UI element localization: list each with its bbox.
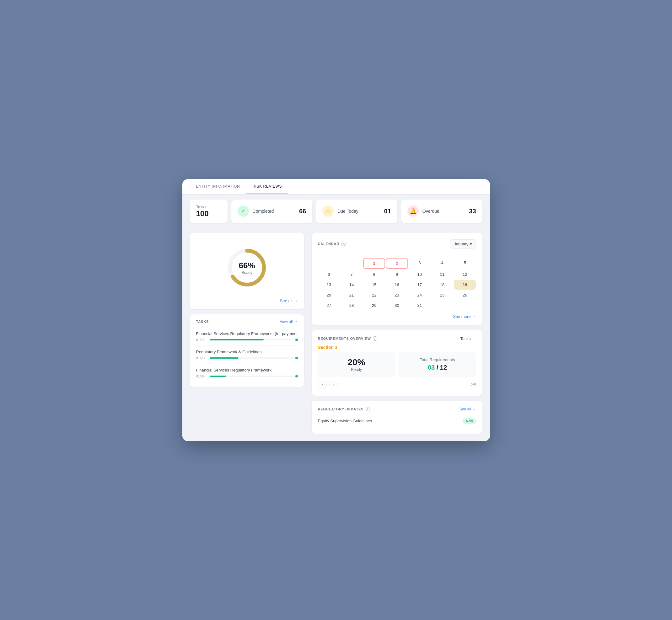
cal-day-19[interactable]: 19 xyxy=(454,280,476,290)
req-next-button[interactable]: › xyxy=(329,380,338,390)
stat-total-value: 100 xyxy=(196,209,209,218)
cal-header-tue xyxy=(363,254,385,257)
stat-due-today-value: 01 xyxy=(384,208,391,215)
cal-day-21[interactable]: 21 xyxy=(341,290,363,300)
cal-day-5[interactable]: 5 xyxy=(454,258,476,269)
stat-card-overdue[interactable]: 🔔 Overdue 33 xyxy=(401,200,482,223)
cal-day-18[interactable]: 18 xyxy=(431,280,453,290)
task-progress-bar-fill-2 xyxy=(210,357,239,359)
cal-day-29[interactable]: 29 xyxy=(363,301,385,310)
cal-header-wed xyxy=(386,254,408,257)
cal-day-28[interactable]: 28 xyxy=(341,301,363,310)
cal-day-14[interactable]: 14 xyxy=(341,280,363,290)
req-header: REQUIREMENTS OVERVIEW i Tasks → xyxy=(318,337,476,341)
cal-day-2[interactable]: 2 xyxy=(386,258,408,269)
see-more-button[interactable]: See more → xyxy=(453,314,476,319)
calendar-grid: 1 2 3 4 5 6 7 8 9 10 11 12 13 14 15 xyxy=(318,254,476,310)
arrow-right-icon: → xyxy=(294,319,298,324)
stat-completed-value: 66 xyxy=(299,208,306,215)
nav-tabs: ENTITY INFORMATION RISK REVIEWS xyxy=(182,179,490,194)
tasks-card: TASKS View all → Financial Services Regu… xyxy=(190,314,304,387)
req-fraction: 03 / 12 xyxy=(404,364,471,371)
task-item-2[interactable]: Regulatory Framework & Guidelines 01/23 xyxy=(196,346,298,364)
cal-day-22[interactable]: 22 xyxy=(363,290,385,300)
cal-day-7[interactable]: 7 xyxy=(341,269,363,279)
req-page: 2/5 xyxy=(471,383,476,387)
month-selector[interactable]: January ▾ xyxy=(450,240,476,249)
task-progress-row-1: 01/12 xyxy=(196,338,298,342)
req-nav-buttons: ‹ › xyxy=(318,380,338,390)
cal-day-11[interactable]: 11 xyxy=(431,269,453,279)
arrow-right-icon: → xyxy=(294,298,298,303)
donut-wrapper: 66% Ready xyxy=(225,246,269,290)
cal-header-mon xyxy=(341,254,363,257)
stat-card-due-today[interactable]: ⚠ Due Today 01 xyxy=(316,200,397,223)
req-sub: Ready xyxy=(323,367,390,372)
reg-item-name-1: Equity Supervision Guidelines xyxy=(318,419,372,423)
tab-risk-reviews[interactable]: RISK REVIEWS xyxy=(246,179,288,194)
cal-day-1[interactable]: 1 xyxy=(363,258,385,269)
reg-info-icon: i xyxy=(366,407,370,411)
tasks-header: TASKS View all → xyxy=(196,319,298,324)
stats-row: Tasks 100 ✓ Completed 66 ⚠ Due Today 01 … xyxy=(182,195,490,228)
cal-day-27[interactable]: 27 xyxy=(318,301,340,310)
cal-day-20[interactable]: 20 xyxy=(318,290,340,300)
see-all-button[interactable]: See all → xyxy=(196,296,298,303)
cal-day-4[interactable]: 4 xyxy=(431,258,453,269)
task-date-3: 01/04 xyxy=(196,374,207,378)
cal-day-12[interactable]: 12 xyxy=(454,269,476,279)
main-content: 66% Ready See all → TASKS View all → xyxy=(182,228,490,441)
cal-day-31[interactable]: 31 xyxy=(409,301,431,310)
task-date-1: 01/12 xyxy=(196,338,207,342)
tab-entity-information[interactable]: ENTITY INFORMATION xyxy=(190,179,246,194)
calendar-title: CALENDAR i xyxy=(318,242,346,246)
cal-day-8[interactable]: 8 xyxy=(363,269,385,279)
req-completed: 03 xyxy=(428,364,435,371)
task-name-3: Financial Services Regulatory Framework xyxy=(196,368,298,372)
cal-header-sun xyxy=(318,254,340,257)
cal-day-17[interactable]: 17 xyxy=(409,280,431,290)
arrow-right-icon: → xyxy=(472,407,476,411)
cal-day-9[interactable]: 9 xyxy=(386,269,408,279)
warning-triangle-icon: ⚠ xyxy=(322,206,334,217)
cal-day-30[interactable]: 30 xyxy=(386,301,408,310)
req-info-icon: i xyxy=(373,337,377,341)
cal-day-16[interactable]: 16 xyxy=(386,280,408,290)
cal-day-3[interactable]: 3 xyxy=(409,258,431,269)
readiness-card: 66% Ready See all → xyxy=(190,233,304,309)
cal-day-24[interactable]: 24 xyxy=(409,290,431,300)
cal-header-fri xyxy=(431,254,453,257)
cal-day-13[interactable]: 13 xyxy=(318,280,340,290)
stat-card-completed[interactable]: ✓ Completed 66 xyxy=(231,200,313,223)
check-circle-icon: ✓ xyxy=(238,206,249,217)
cal-day-25[interactable]: 25 xyxy=(431,290,453,300)
task-progress-bar-bg-3 xyxy=(210,375,293,377)
donut-center: 66% Ready xyxy=(239,260,255,274)
tasks-link[interactable]: Tasks → xyxy=(460,337,476,341)
req-total: 12 xyxy=(440,364,447,371)
calendar-info-icon: i xyxy=(341,242,346,246)
view-all-tasks-button[interactable]: View all → xyxy=(280,319,297,324)
task-date-2: 01/23 xyxy=(196,356,207,360)
stat-card-total[interactable]: Tasks 100 xyxy=(190,200,228,223)
task-item-1[interactable]: Financial Services Regulatory Frameworks… xyxy=(196,327,298,346)
cal-day-15[interactable]: 15 xyxy=(363,280,385,290)
alarm-clock-icon: 🔔 xyxy=(407,206,419,217)
stat-overdue-label: Overdue xyxy=(423,209,465,214)
requirements-card: REQUIREMENTS OVERVIEW i Tasks → Section … xyxy=(312,330,482,396)
task-item-3[interactable]: Financial Services Regulatory Framework … xyxy=(196,364,298,382)
donut-sub: Ready xyxy=(239,270,255,274)
reg-see-all-button[interactable]: See all → xyxy=(460,407,476,411)
req-stats: 20% Ready Total Requirements 03 / 12 xyxy=(318,352,476,377)
reg-item-1[interactable]: Equity Supervision Guidelines New xyxy=(318,415,476,427)
cal-day-6[interactable]: 6 xyxy=(318,269,340,279)
arrow-right-icon: → xyxy=(472,314,476,319)
cal-day-23[interactable]: 23 xyxy=(386,290,408,300)
task-name-2: Regulatory Framework & Guidelines xyxy=(196,350,298,354)
cal-day-10[interactable]: 10 xyxy=(409,269,431,279)
task-progress-dot-3 xyxy=(295,375,298,377)
stat-overdue-value: 33 xyxy=(469,208,476,215)
cal-day-26[interactable]: 26 xyxy=(454,290,476,300)
req-prev-button[interactable]: ‹ xyxy=(318,380,327,390)
donut-container: 66% Ready xyxy=(196,240,298,296)
